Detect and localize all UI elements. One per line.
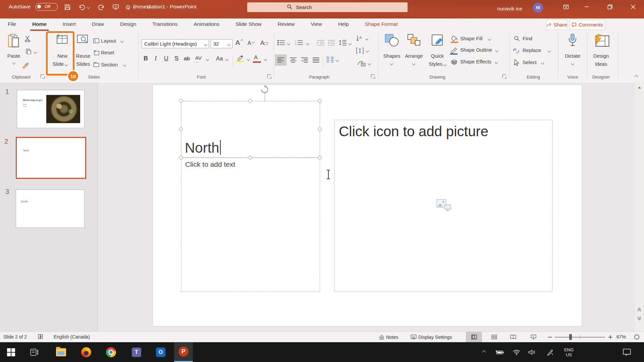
tab-animations[interactable]: Animations (193, 18, 220, 31)
insert-picture-icon[interactable] (436, 199, 451, 213)
slide-2-thumbnail[interactable]: North (16, 137, 86, 179)
scroll-up-icon[interactable] (636, 85, 642, 91)
text-shadow-button[interactable]: S (174, 55, 178, 62)
strikethrough-button[interactable]: ab (184, 56, 190, 62)
tab-slide-show[interactable]: Slide Show (235, 18, 262, 31)
layout-icon[interactable] (93, 38, 99, 45)
bold-button[interactable]: B (144, 55, 148, 62)
tab-view[interactable]: View (310, 18, 323, 31)
slide-title-text[interactable]: North (185, 140, 221, 156)
search-box[interactable]: Search (247, 2, 408, 12)
character-spacing-button[interactable]: AV ↔ (195, 55, 202, 63)
slide-3-thumbnail[interactable]: South (16, 190, 85, 228)
arrange-dropdown-icon[interactable] (412, 62, 416, 65)
format-painter-icon[interactable] (21, 61, 30, 70)
slide-sorter-view-button[interactable] (486, 332, 502, 342)
change-case-dropdown-icon[interactable] (225, 58, 229, 61)
shapes-button[interactable] (384, 34, 399, 48)
shape-effects-icon[interactable] (450, 58, 458, 67)
section-icon[interactable] (93, 62, 99, 68)
language-indicator[interactable]: English (Canada) (54, 334, 90, 340)
bullets-dropdown-icon[interactable] (287, 42, 290, 45)
autosave-toggle[interactable]: Off (36, 3, 58, 11)
reuse-slides-label-1[interactable]: Reuse (75, 53, 91, 59)
pen-icon[interactable] (543, 342, 557, 362)
shape-fill-icon[interactable] (451, 35, 459, 44)
paste-dropdown-icon[interactable] (12, 61, 16, 65)
text-highlight-icon[interactable] (236, 54, 244, 62)
language-switcher[interactable]: ENG US (559, 342, 578, 362)
numbering-dropdown-icon[interactable] (306, 42, 310, 45)
find-label[interactable]: Find (523, 36, 532, 41)
character-spacing-dropdown-icon[interactable] (206, 58, 209, 61)
justify-button[interactable] (310, 54, 322, 66)
comments-button[interactable]: Comments (570, 19, 605, 30)
handle-top-right[interactable] (318, 99, 322, 103)
reset-label[interactable]: Reset (101, 50, 114, 55)
tab-transitions[interactable]: Transitions (152, 18, 178, 31)
start-slideshow-icon[interactable] (111, 2, 121, 12)
save-icon[interactable] (62, 2, 72, 12)
teams-icon[interactable] (127, 342, 146, 362)
bullets-icon[interactable] (277, 40, 285, 47)
font-name-combobox[interactable]: Calibri Light (Headings) (142, 39, 209, 48)
slide-1-thumbnail[interactable]: Which way to go? (17, 90, 85, 128)
battery-icon[interactable] (492, 342, 507, 362)
close-button[interactable] (625, 0, 641, 13)
minimize-button[interactable] (579, 0, 594, 13)
user-name[interactable]: nunavik ice (497, 6, 522, 11)
layout-dropdown-icon[interactable] (120, 40, 124, 43)
quick-styles-label-2[interactable]: Styles (422, 61, 453, 67)
copy-icon[interactable] (25, 48, 32, 56)
vertical-scrollbar[interactable] (635, 83, 644, 331)
font-color-dropdown-icon[interactable] (264, 58, 267, 61)
tab-review[interactable]: Review (277, 18, 296, 31)
paste-label[interactable]: Paste (3, 53, 25, 59)
undo-dropdown-icon[interactable] (86, 2, 91, 12)
slideshow-view-button[interactable] (525, 332, 541, 342)
zoom-slider-track[interactable] (555, 337, 605, 338)
volume-icon[interactable] (525, 342, 539, 362)
restore-button[interactable] (602, 0, 618, 13)
select-icon[interactable] (513, 59, 520, 67)
shapes-label[interactable]: Shapes (380, 53, 404, 59)
columns-icon[interactable] (326, 56, 334, 64)
text-highlight-dropdown-icon[interactable] (247, 58, 250, 61)
slide-canvas[interactable]: North Click to add text Click icon to ad… (153, 85, 582, 326)
shape-outline-icon[interactable] (450, 47, 458, 55)
replace-icon[interactable]: bc (513, 47, 520, 56)
quick-styles-label-1[interactable]: Quick (426, 53, 449, 59)
handle-bottom-right[interactable] (318, 156, 322, 159)
align-center-button[interactable] (287, 54, 299, 66)
columns-dropdown-icon[interactable] (336, 59, 339, 62)
section-dropdown-icon[interactable] (123, 63, 126, 67)
handle-mid-right[interactable] (318, 127, 322, 131)
align-text-icon[interactable] (356, 47, 364, 56)
dictate-label[interactable]: Dictate (561, 53, 584, 59)
handle-top-center[interactable] (249, 99, 252, 103)
copy-dropdown-icon[interactable] (34, 51, 37, 54)
chrome-icon[interactable] (102, 342, 120, 362)
tab-help[interactable]: Help (337, 18, 350, 31)
align-right-button[interactable] (299, 54, 310, 66)
cut-icon[interactable] (24, 36, 31, 44)
shape-effects-dropdown-icon[interactable] (495, 61, 498, 64)
reuse-slides-button[interactable] (76, 34, 89, 46)
shape-fill-dropdown-icon[interactable] (488, 38, 491, 41)
paste-button[interactable] (7, 34, 20, 50)
clear-formatting-button[interactable]: A (260, 40, 264, 47)
title-placeholder[interactable]: North (181, 101, 320, 158)
collapse-ribbon-icon[interactable] (634, 75, 638, 79)
arrange-label[interactable]: Arrange (402, 53, 426, 59)
touch-mouse-mode-icon[interactable] (123, 2, 133, 12)
decrease-indent-icon[interactable] (317, 40, 325, 47)
wifi-icon[interactable] (509, 342, 524, 362)
zoom-slider-handle[interactable] (569, 334, 572, 340)
replace-dropdown-icon[interactable] (548, 49, 551, 53)
show-hidden-icons-button[interactable] (478, 342, 490, 362)
convert-smartart-dropdown-icon[interactable] (368, 62, 371, 65)
select-dropdown-icon[interactable] (541, 61, 544, 65)
shape-outline-dropdown-icon[interactable] (495, 49, 499, 52)
find-icon[interactable] (514, 36, 520, 43)
numbering-icon[interactable]: 123 (295, 40, 303, 47)
